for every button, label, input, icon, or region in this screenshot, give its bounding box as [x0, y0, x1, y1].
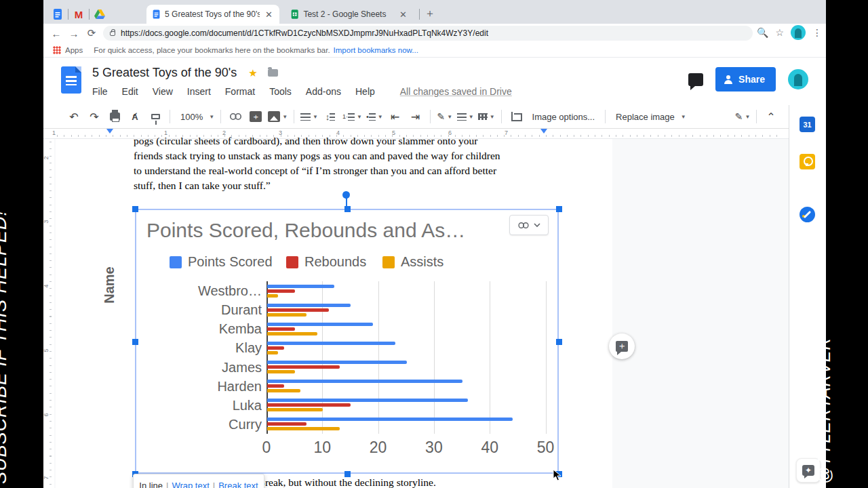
line-spacing-icon[interactable]: ↕: [322, 108, 338, 125]
document-title[interactable]: 5 Greatest Toys of the 90's: [92, 66, 237, 79]
insert-link-icon[interactable]: [227, 108, 243, 125]
redo-icon[interactable]: ↷: [86, 108, 102, 125]
tab-active-docs[interactable]: 5 Greatest Toys of the 90's - G ✕: [146, 5, 279, 24]
border-color-icon[interactable]: ✎▼: [437, 108, 453, 125]
document-page[interactable]: pogs (circular sheets of cardboard), and…: [56, 139, 612, 488]
gridline: [490, 281, 490, 434]
bar-assists: [267, 332, 317, 336]
apps-grid-icon[interactable]: [53, 46, 61, 54]
google-docs-logo[interactable]: [60, 65, 83, 96]
google-docs-icon: [52, 9, 63, 20]
replace-image-button[interactable]: Replace image▼: [612, 108, 686, 125]
back-icon[interactable]: ←: [47, 28, 65, 39]
selection-handle[interactable]: [132, 206, 138, 212]
menu-item-tools[interactable]: Tools: [269, 86, 292, 97]
align-icon[interactable]: ▼: [300, 108, 318, 125]
browser-avatar[interactable]: [791, 25, 806, 40]
increase-indent-icon[interactable]: ⇥: [408, 108, 424, 125]
calendar-icon[interactable]: 31: [800, 117, 815, 132]
legend-label: Rebounds: [304, 254, 366, 270]
selection-handle[interactable]: [556, 206, 562, 212]
embedded-chart-image[interactable]: Points Scored, Rebounds and As… Points S…: [136, 209, 558, 473]
menu-item-file[interactable]: File: [92, 86, 108, 97]
category-label: James: [136, 358, 262, 377]
decrease-indent-icon[interactable]: ⇤: [387, 108, 403, 125]
bar-rebounds: [267, 308, 329, 312]
menu-item-view[interactable]: View: [153, 86, 173, 97]
zoom-select[interactable]: 100%▼: [176, 108, 214, 125]
add-comment-float-button[interactable]: ＋: [609, 333, 635, 359]
keep-icon[interactable]: [800, 154, 815, 169]
menu-item-edit[interactable]: Edit: [122, 86, 138, 97]
folder-icon[interactable]: [268, 69, 278, 77]
paint-format-icon[interactable]: [147, 108, 163, 125]
image-options-button[interactable]: Image options...: [528, 108, 599, 125]
left-letterbox: SUBSCRIBE IF THIS HELPED!: [0, 0, 43, 488]
legend-swatch: [286, 256, 298, 268]
bulleted-list-icon[interactable]: •▼: [366, 108, 383, 125]
wrap-option-in-line[interactable]: In line: [139, 481, 163, 488]
border-dash-icon[interactable]: ▼: [478, 108, 495, 125]
right-indent-marker[interactable]: [540, 129, 547, 134]
numbered-list-icon[interactable]: 1·▼: [342, 108, 362, 125]
google-drive-icon: [94, 9, 105, 19]
bookmark-star-icon[interactable]: ☆: [775, 27, 784, 38]
pinned-tab-drive[interactable]: [91, 5, 108, 23]
undo-icon[interactable]: ↶: [66, 108, 82, 125]
rotation-handle[interactable]: [342, 191, 350, 199]
border-weight-icon[interactable]: ▼: [457, 108, 474, 125]
toolbar: ↶ ↷ A✓ 100%▼ ＋ ▼ ▼ ↕ 1·▼ •▼ ⇤ ⇥ ✎▼ ▼ ▼ I…: [43, 105, 789, 129]
account-avatar[interactable]: [788, 69, 808, 89]
import-bookmarks-link[interactable]: Import bookmarks now...: [334, 46, 418, 54]
close-tab-icon[interactable]: ✕: [398, 9, 408, 20]
menu-item-format[interactable]: Format: [225, 86, 255, 97]
menu-item-insert[interactable]: Insert: [187, 86, 211, 97]
ruler-number: 7: [43, 476, 50, 479]
url-omnibox[interactable]: https://docs.google.com/document/d/1CTkf…: [103, 26, 753, 41]
new-tab-button[interactable]: ＋: [425, 7, 435, 21]
reload-icon[interactable]: ⟳: [83, 27, 100, 39]
bar-rebounds: [267, 327, 295, 331]
selection-handle[interactable]: [132, 339, 138, 345]
popup-separator: |: [213, 481, 215, 488]
editing-mode-icon[interactable]: ✎▼: [734, 108, 751, 125]
zoom-page-icon[interactable]: 🔍: [757, 27, 768, 38]
selection-handle[interactable]: [344, 206, 351, 212]
tasks-icon[interactable]: [800, 207, 815, 222]
menu-item-help[interactable]: Help: [355, 86, 375, 97]
apps-label[interactable]: Apps: [65, 46, 83, 54]
comments-icon[interactable]: [688, 73, 703, 86]
menu-item-add-ons[interactable]: Add-ons: [306, 86, 341, 97]
vertical-ruler[interactable]: 234567: [43, 139, 54, 488]
left-indent-marker[interactable]: [106, 129, 113, 134]
google-sheets-icon: [290, 9, 299, 19]
tab-inactive-sheets[interactable]: Test 2 - Google Sheets ✕: [285, 5, 414, 24]
spellcheck-icon[interactable]: A✓: [127, 108, 143, 125]
selection-handle[interactable]: [556, 339, 562, 345]
browser-menu-icon[interactable]: ⋮: [812, 27, 822, 38]
category-label: Durant: [136, 300, 262, 319]
print-icon[interactable]: [106, 108, 123, 125]
tab-strip: M 5 Greatest Toys of the 90's - G ✕ Test…: [43, 0, 826, 24]
document-canvas: 11234567 234567 pogs (circular sheets of…: [43, 129, 789, 488]
wrap-option-break-text[interactable]: Break text: [218, 481, 258, 488]
save-status[interactable]: All changes saved in Drive: [400, 86, 512, 97]
wrap-option-wrap-text[interactable]: Wrap text: [172, 481, 209, 488]
chart-ylabel: Name: [102, 266, 117, 303]
forward-icon[interactable]: →: [65, 28, 83, 39]
pinned-tab-gmail[interactable]: M: [70, 5, 87, 23]
selection-handle[interactable]: [344, 471, 351, 477]
close-tab-icon[interactable]: ✕: [264, 9, 274, 20]
pinned-tab-docs[interactable]: [49, 5, 66, 23]
bar-points-scored: [267, 361, 407, 364]
category-label: Luka: [136, 396, 262, 415]
star-icon[interactable]: ★: [248, 67, 257, 79]
ruler-number: 2: [43, 156, 50, 159]
linked-chart-button[interactable]: [509, 215, 549, 235]
add-comment-icon[interactable]: ＋: [248, 108, 264, 125]
crop-image-icon[interactable]: [508, 108, 524, 125]
insert-image-icon[interactable]: ▼: [268, 108, 288, 125]
paragraph-text[interactable]: pogs (circular sheets of cardboard), and…: [134, 134, 554, 193]
collapse-toolbar-icon[interactable]: ⌃: [763, 108, 779, 125]
share-button[interactable]: Share: [715, 67, 776, 92]
